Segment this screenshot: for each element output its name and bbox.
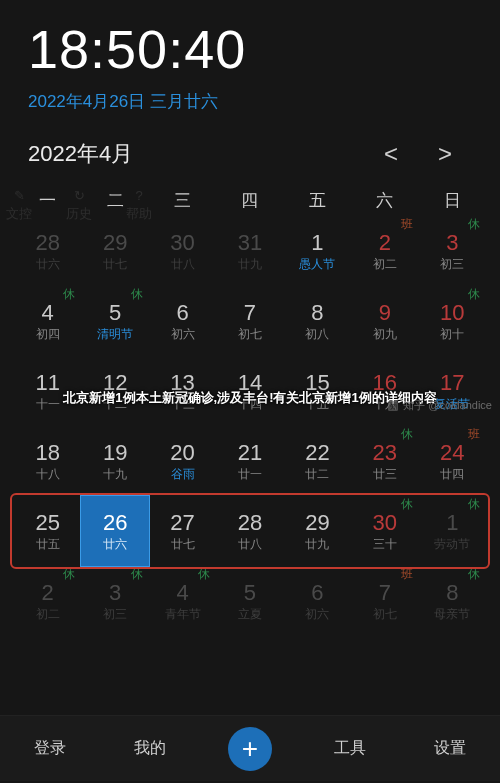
calendar-day-cell[interactable]: 6初六 [149, 286, 216, 356]
calendar-day-cell[interactable]: 23廿三休 [351, 426, 418, 496]
calendar-day-cell[interactable]: 1愚人节 [284, 216, 351, 286]
calendar-day-cell[interactable]: 30廿八 [149, 216, 216, 286]
weekday-mon: 一 [14, 183, 81, 216]
day-number: 5 [109, 300, 121, 325]
day-number: 25 [35, 510, 59, 535]
calendar-day-cell[interactable]: 2初二休 [14, 566, 81, 636]
clock-time: 18:50:40 [0, 0, 500, 84]
calendar-day-cell[interactable]: 13十三 [149, 356, 216, 426]
calendar-day-cell[interactable]: 24廿四班 [419, 426, 486, 496]
settings-button[interactable]: 设置 [400, 738, 500, 759]
day-number: 23 [373, 440, 397, 465]
calendar-day-cell[interactable]: 12十二 [81, 356, 148, 426]
calendar-day-cell[interactable]: 25廿五 [14, 496, 81, 566]
day-number: 7 [379, 580, 391, 605]
login-button[interactable]: 登录 [0, 738, 100, 759]
day-subtitle: 谷雨 [171, 468, 195, 482]
month-label[interactable]: 2022年4月 [28, 139, 364, 169]
day-subtitle: 初十 [440, 328, 464, 342]
calendar-day-cell[interactable]: 6初六 [284, 566, 351, 636]
calendar-day-cell[interactable]: 8母亲节休 [419, 566, 486, 636]
day-number: 4 [176, 580, 188, 605]
calendar-day-cell[interactable]: 29廿九 [284, 496, 351, 566]
day-subtitle: 立夏 [238, 608, 262, 622]
day-subtitle: 初七 [238, 328, 262, 342]
mine-button[interactable]: 我的 [100, 738, 200, 759]
calendar-day-cell[interactable]: 15十五 [284, 356, 351, 426]
day-subtitle: 廿五 [36, 538, 60, 552]
day-subtitle: 初三 [440, 258, 464, 272]
calendar-day-cell[interactable]: 10初十休 [419, 286, 486, 356]
weekday-fri: 五 [284, 183, 351, 216]
day-number: 2 [42, 580, 54, 605]
calendar-day-cell[interactable]: 9初九 [351, 286, 418, 356]
day-subtitle: 廿九 [305, 538, 329, 552]
day-number: 2 [379, 230, 391, 255]
day-subtitle: 十四 [238, 398, 262, 412]
day-number: 12 [103, 370, 127, 395]
calendar-day-cell[interactable]: 21廿一 [216, 426, 283, 496]
calendar-day-cell[interactable]: 29廿七 [81, 216, 148, 286]
next-month-button[interactable]: > [418, 140, 472, 168]
rest-badge: 休 [401, 428, 413, 442]
calendar-day-cell[interactable]: 3初三休 [419, 216, 486, 286]
calendar-day-cell[interactable]: 3初三休 [81, 566, 148, 636]
day-subtitle: 初九 [373, 328, 397, 342]
calendar-day-cell[interactable]: 7初七班 [351, 566, 418, 636]
day-subtitle: 十八 [36, 468, 60, 482]
weekday-sun: 日 [419, 183, 486, 216]
add-fab[interactable]: + [200, 727, 300, 771]
day-subtitle: 廿四 [440, 468, 464, 482]
day-subtitle: 十五 [305, 398, 329, 412]
calendar-day-cell[interactable]: 4初四休 [14, 286, 81, 356]
day-number: 8 [446, 580, 458, 605]
rest-badge: 休 [468, 498, 480, 512]
day-number: 13 [170, 370, 194, 395]
tools-button[interactable]: 工具 [300, 738, 400, 759]
day-subtitle: 初四 [36, 328, 60, 342]
weekday-sat: 六 [351, 183, 418, 216]
work-badge: 班 [468, 428, 480, 442]
day-number: 26 [103, 510, 127, 535]
calendar-day-cell[interactable]: 11十一 [14, 356, 81, 426]
day-number: 17 [440, 370, 464, 395]
calendar-day-cell[interactable]: 18十八 [14, 426, 81, 496]
day-number: 24 [440, 440, 464, 465]
day-subtitle: 十二 [103, 398, 127, 412]
calendar-day-cell[interactable]: 17复活节 [419, 356, 486, 426]
day-subtitle: 劳动节 [434, 538, 470, 552]
work-badge: 班 [401, 568, 413, 582]
rest-badge: 休 [401, 498, 413, 512]
calendar-day-cell[interactable]: 5清明节休 [81, 286, 148, 356]
day-number: 29 [103, 230, 127, 255]
current-date-line[interactable]: 2022年4月26日 三月廿六 [0, 84, 500, 129]
calendar-day-cell[interactable]: 27廿七 [149, 496, 216, 566]
calendar-day-cell[interactable]: 8初八 [284, 286, 351, 356]
calendar-day-cell[interactable]: 30三十休 [351, 496, 418, 566]
prev-month-button[interactable]: < [364, 140, 418, 168]
calendar-day-cell[interactable]: 31廿九 [216, 216, 283, 286]
calendar-day-cell[interactable]: 16十六 [351, 356, 418, 426]
weekday-wed: 三 [149, 183, 216, 216]
day-number: 21 [238, 440, 262, 465]
calendar-day-cell[interactable]: 5立夏 [216, 566, 283, 636]
calendar-day-cell[interactable]: 7初七 [216, 286, 283, 356]
day-number: 9 [379, 300, 391, 325]
calendar-day-cell[interactable]: 28廿八 [216, 496, 283, 566]
calendar-day-cell[interactable]: 19十九 [81, 426, 148, 496]
calendar-day-cell[interactable]: 1劳动节休 [419, 496, 486, 566]
calendar-day-cell[interactable]: 14十四 [216, 356, 283, 426]
day-subtitle: 初八 [305, 328, 329, 342]
calendar-day-cell[interactable]: 4青年节休 [149, 566, 216, 636]
calendar-day-cell[interactable]: 22廿二 [284, 426, 351, 496]
month-navigation-bar: 2022年4月 < > [0, 129, 500, 181]
calendar-day-cell[interactable]: 2初二班 [351, 216, 418, 286]
calendar-day-cell[interactable]: 26廿六 [81, 496, 148, 566]
day-subtitle: 初二 [373, 258, 397, 272]
day-subtitle: 十三 [171, 398, 195, 412]
day-subtitle: 清明节 [97, 328, 133, 342]
work-badge: 班 [401, 218, 413, 232]
calendar-day-cell[interactable]: 28廿六 [14, 216, 81, 286]
calendar-day-cell[interactable]: 20谷雨 [149, 426, 216, 496]
day-subtitle: 初七 [373, 608, 397, 622]
